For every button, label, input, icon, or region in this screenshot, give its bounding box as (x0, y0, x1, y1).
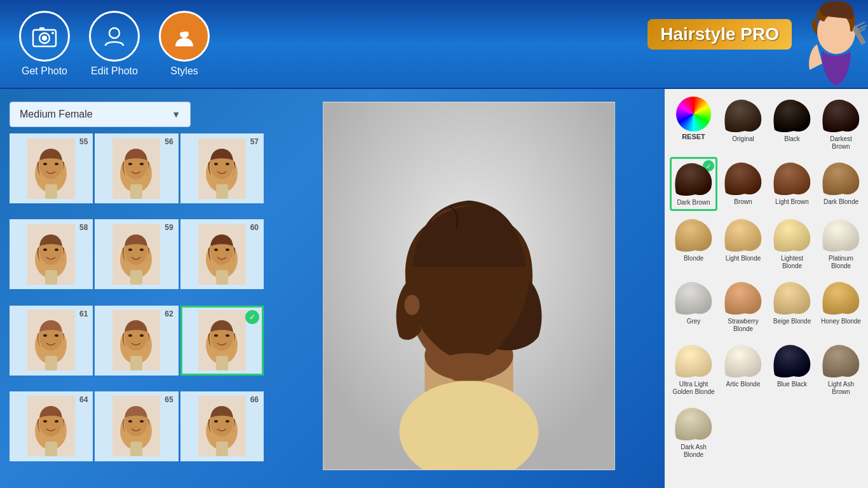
svg-point-23 (140, 163, 144, 165)
svg-rect-84 (216, 442, 228, 456)
style-item-62[interactable]: 62 (95, 306, 178, 376)
nav-get-photo[interactable]: Get Photo (19, 11, 70, 77)
color-swatch-platinum-blonde (820, 217, 862, 252)
svg-point-46 (214, 248, 218, 251)
color-label-darkest-brown: Darkest Brown (820, 135, 862, 151)
center-panel (273, 89, 665, 488)
color-label-light-ash-brown: Light Ash Brown (820, 381, 862, 396)
style-item-55[interactable]: 55 (10, 133, 93, 203)
color-swatch-beige-blonde (771, 280, 813, 315)
color-item-artic-blonde[interactable]: Artic Blonde (720, 339, 766, 400)
style-number: 60 (250, 223, 259, 232)
get-photo-label: Get Photo (22, 65, 67, 77)
color-item-ultra-light-golden[interactable]: Ultra Light Golden Blonde (670, 339, 717, 400)
right-panel: RESET Original (665, 89, 868, 488)
svg-point-59 (140, 334, 144, 337)
style-item-56[interactable]: 56 (95, 133, 178, 203)
style-number: 58 (79, 223, 88, 232)
color-label-lightest-blonde: Lightest Blonde (771, 255, 813, 270)
color-item-black[interactable]: Black (769, 94, 815, 154)
svg-point-98 (404, 295, 419, 315)
color-item-brown[interactable]: Brown (720, 157, 766, 211)
svg-point-65 (226, 334, 229, 337)
color-swatch-strawberry-blonde (722, 280, 764, 315)
dropdown-selected: Medium Female (20, 109, 93, 120)
svg-rect-54 (45, 356, 57, 370)
svg-rect-48 (216, 270, 228, 285)
color-item-original[interactable]: Original (720, 94, 766, 154)
styles-grid: 55 56 57 (10, 133, 264, 475)
color-item-light-brown[interactable]: Light Brown (769, 157, 815, 211)
svg-point-77 (140, 420, 144, 423)
style-item-57[interactable]: 57 (180, 133, 264, 203)
brand-illustration (754, 0, 868, 89)
color-label-light-blonde: Light Blonde (726, 255, 761, 262)
style-check-icon: ✓ (245, 310, 259, 324)
color-label-strawberry-blonde: Strawberry Blonde (722, 318, 764, 333)
color-item-platinum-blonde[interactable]: Platinum Blonde (818, 214, 864, 274)
preview-image (323, 102, 615, 470)
style-item-66[interactable]: 66 (180, 391, 264, 461)
svg-point-40 (128, 248, 132, 251)
color-item-light-ash-brown[interactable]: Light Ash Brown (818, 339, 864, 400)
color-item-grey[interactable]: Grey (670, 276, 717, 337)
svg-point-28 (214, 163, 218, 165)
color-item-darkest-brown[interactable]: Darkest Brown (818, 94, 864, 154)
color-item-beige-blonde[interactable]: Beige Blonde (769, 276, 815, 337)
brand-area: Hairstyle PRO (646, 0, 868, 89)
svg-point-34 (43, 248, 47, 251)
svg-rect-42 (130, 270, 142, 285)
color-item-lightest-blonde[interactable]: Lightest Blonde (769, 214, 815, 274)
style-preview-svg (112, 396, 160, 456)
color-item-dark-blonde[interactable]: Dark Blonde (818, 157, 864, 211)
dropdown-display[interactable]: Medium Female ▼ (10, 102, 191, 127)
style-category-dropdown[interactable]: Medium Female ▼ (10, 102, 264, 127)
color-item-strawberry-blonde[interactable]: Strawberry Blonde (720, 276, 766, 337)
svg-point-5 (109, 28, 119, 38)
color-label-dark-blonde: Dark Blonde (824, 198, 858, 206)
style-number: 65 (165, 395, 173, 404)
style-item-61[interactable]: 61 (10, 306, 93, 376)
color-item-blue-black[interactable]: Blue Black (769, 339, 815, 400)
style-item-58[interactable]: 58 (10, 219, 93, 289)
color-label-blue-black: Blue Black (777, 381, 807, 388)
color-swatch-original (722, 98, 764, 133)
style-item-59[interactable]: 59 (95, 219, 178, 289)
styles-label: Styles (170, 65, 198, 77)
color-swatch-artic-blonde (722, 343, 764, 378)
svg-point-29 (226, 163, 229, 165)
edit-photo-label: Edit Photo (91, 65, 138, 77)
svg-point-52 (43, 334, 47, 337)
style-preview-svg (198, 310, 246, 370)
color-swatch-light-blonde (722, 217, 764, 252)
colors-grid: RESET Original (670, 94, 863, 463)
color-item-blonde[interactable]: Blonde (670, 214, 717, 274)
chevron-down-icon: ▼ (172, 109, 180, 119)
style-item-63[interactable]: ✓ (180, 306, 264, 376)
reset-color-button[interactable]: RESET (670, 94, 717, 154)
style-item-60[interactable]: 60 (180, 219, 264, 289)
color-label-original: Original (732, 135, 754, 143)
style-item-65[interactable]: 65 (95, 391, 178, 461)
color-item-light-blonde[interactable]: Light Blonde (720, 214, 766, 274)
style-preview-svg (27, 224, 75, 285)
color-swatch-lightest-blonde (771, 217, 813, 252)
color-item-dark-ash-blonde[interactable]: Dark Ash Blonde (670, 402, 717, 463)
style-number: 64 (79, 395, 88, 404)
svg-point-83 (226, 420, 229, 423)
nav-bar: Get Photo Edit Photo Styles (19, 11, 210, 77)
svg-line-10 (855, 22, 865, 27)
color-item-honey-blonde[interactable]: Honey Blonde (818, 276, 864, 337)
style-item-64[interactable]: 64 (10, 391, 93, 461)
nav-styles[interactable]: Styles (159, 11, 210, 77)
left-panel: Medium Female ▼ 55 56 (0, 89, 273, 488)
svg-point-82 (214, 420, 218, 423)
nav-edit-photo[interactable]: Edit Photo (89, 11, 140, 77)
color-item-dark-brown[interactable]: ✓ Dark Brown (670, 157, 717, 211)
color-swatch-light-ash-brown (820, 343, 862, 378)
svg-rect-30 (216, 184, 228, 199)
svg-rect-24 (130, 184, 142, 199)
svg-point-58 (128, 334, 132, 337)
svg-point-47 (226, 248, 229, 251)
main-content: Medium Female ▼ 55 56 (0, 89, 868, 488)
